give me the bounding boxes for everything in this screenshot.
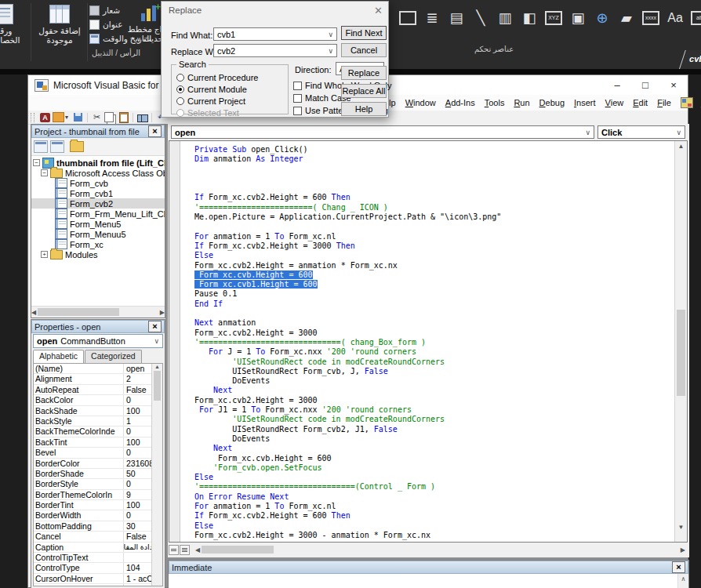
tree-item-form_cvb2[interactable]: Form_cvb2: [31, 198, 165, 209]
tree-class-objects-folder[interactable]: −Microsoft Access Class Objects: [31, 168, 165, 178]
tab-categorized[interactable]: Categorized: [85, 350, 142, 363]
code-line[interactable]: For anmation = 1 To Form_xc.nl: [194, 232, 501, 241]
find-icon[interactable]: [136, 111, 149, 123]
replace-with-input[interactable]: cvb2 ∨: [213, 44, 337, 57]
checkbox-icon[interactable]: [293, 82, 302, 90]
find-what-input[interactable]: cvb1 ∨: [213, 27, 337, 41]
code-line[interactable]: If Form_xc.cvb2.Height = 600 Then: [194, 193, 501, 202]
code-line[interactable]: Form_xc.cvb2.Height = 3000: [194, 328, 501, 338]
font-icon[interactable]: Aa: [666, 8, 684, 28]
code-line[interactable]: UISetRoundRect Form_cvb, J, False: [194, 367, 501, 376]
property-row[interactable]: BorderWidth0: [34, 510, 162, 521]
code-line[interactable]: Else: [194, 473, 501, 482]
property-row[interactable]: DefaultFalse: [34, 584, 162, 586]
toolbar-grip[interactable]: [31, 113, 35, 122]
properties-panel-titlebar[interactable]: Properties - open ×: [31, 320, 165, 333]
code-line[interactable]: DoEvents: [194, 434, 501, 444]
code-line[interactable]: Else: [194, 251, 501, 260]
properties-close-icon[interactable]: ×: [148, 321, 162, 332]
menu-window[interactable]: Window: [401, 98, 441, 107]
property-sheet-button[interactable]: ورقة الخصائص: [0, 2, 28, 45]
radio-current-procedure[interactable]: Current Procedure: [176, 73, 259, 82]
code-margin[interactable]: [169, 141, 180, 542]
property-row[interactable]: BackColor0: [34, 395, 162, 405]
code-line[interactable]: Dim anmation As Integer: [194, 154, 501, 164]
code-line[interactable]: [194, 222, 501, 231]
code-line[interactable]: Form_xc.cvb2.Height = anmation * Form_xc…: [194, 261, 501, 270]
scroll-left-icon[interactable]: ◀: [31, 309, 36, 316]
code-line[interactable]: 'UISetRoundRect code in modCreateRoundCo…: [194, 358, 501, 367]
button-control-icon[interactable]: [399, 11, 416, 25]
property-row[interactable]: BorderStyle0: [34, 479, 162, 489]
radio-current-module[interactable]: Current Module: [176, 85, 247, 94]
split-form-icon[interactable]: ◧: [521, 8, 538, 28]
project-panel-titlebar[interactable]: Project - thumbnail from file ×: [31, 125, 165, 138]
property-row[interactable]: CancelFalse: [34, 532, 162, 542]
code-line[interactable]: '=================================(Contr…: [194, 482, 501, 492]
code-line[interactable]: [194, 165, 501, 174]
collapse-icon[interactable]: −: [33, 159, 40, 166]
code-line[interactable]: Private Sub open_Click(): [194, 145, 501, 154]
code-line[interactable]: DoEvents: [194, 376, 501, 386]
code-line[interactable]: Next anmation: [194, 318, 501, 328]
code-line[interactable]: If Form_xc.cvb2.Height = 3000 Then: [194, 241, 501, 251]
scroll-left-icon[interactable]: ◀: [195, 546, 200, 554]
add-existing-fields-button[interactable]: إضافة حقول موجودة: [33, 2, 86, 45]
mdi-minimize-button[interactable]: ▁: [698, 99, 701, 107]
code-line[interactable]: Form_xc.cvb.Height = 600: [194, 270, 501, 280]
copy-icon[interactable]: [104, 111, 117, 123]
immediate-close-icon[interactable]: ×: [672, 561, 685, 573]
code-vscroll-thumb[interactable]: [677, 310, 685, 396]
property-row[interactable]: Alignment2: [34, 374, 162, 384]
view-access-icon[interactable]: A: [38, 111, 52, 123]
code-line[interactable]: [194, 309, 501, 318]
property-row[interactable]: (Name)open: [34, 364, 162, 374]
insert-object-caret-icon[interactable]: ▾: [65, 114, 71, 121]
property-row[interactable]: AutoRepeatFalse: [34, 385, 162, 395]
toggle-folders-icon[interactable]: [70, 141, 84, 152]
property-row[interactable]: BackShade100: [34, 406, 162, 416]
property-row[interactable]: BackThemeColorInde0: [34, 426, 162, 437]
code-hscroll-thumb[interactable]: [202, 546, 274, 554]
property-row[interactable]: BackTint100: [34, 437, 162, 448]
code-vscrollbar[interactable]: ▲ ▼: [674, 141, 687, 542]
property-row[interactable]: BackStyle1: [34, 416, 162, 426]
properties-object-combo[interactable]: open CommandButton ∨: [33, 334, 163, 348]
view-code-icon[interactable]: [34, 140, 48, 153]
line-control-icon[interactable]: ╲: [472, 8, 489, 28]
checkbox-icon[interactable]: [293, 94, 302, 103]
replace-all-button[interactable]: Replace All: [341, 84, 387, 98]
code-line[interactable]: For anmation = 1 To Form_xc.nl: [194, 502, 501, 511]
find-next-button[interactable]: Find Next: [341, 26, 387, 40]
code-line[interactable]: Next: [194, 444, 501, 453]
code-line[interactable]: '========================( Chang _ ICON …: [194, 203, 501, 212]
code-line[interactable]: For J = 1 To Form_xc.nxx '200 'round cor…: [194, 347, 501, 357]
menu-run[interactable]: Run: [509, 98, 534, 107]
insert-object-icon[interactable]: [52, 111, 65, 123]
menu-insert[interactable]: Insert: [569, 98, 601, 107]
project-hscrollbar[interactable]: ◀ ▶: [31, 306, 165, 318]
label-icon[interactable]: ab: [691, 11, 701, 25]
code-line[interactable]: On Error Resume Next: [194, 492, 501, 502]
view-object-icon[interactable]: [50, 140, 64, 153]
code-line[interactable]: Pause 0.1: [194, 289, 501, 299]
code-line[interactable]: [194, 174, 501, 183]
property-row[interactable]: BorderTint100: [34, 500, 162, 510]
property-row[interactable]: BorderThemeColorIn9: [34, 490, 162, 500]
code-line[interactable]: Form_xc.cvb2.Height = 3000: [194, 396, 501, 405]
scroll-right-icon[interactable]: ▶: [160, 309, 165, 316]
code-line[interactable]: End If: [194, 299, 501, 309]
paste-icon[interactable]: [117, 111, 130, 123]
menu-tools[interactable]: Tools: [480, 98, 510, 107]
code-line[interactable]: 'Form_cvb.open.SetFocus: [194, 463, 501, 473]
attachment-icon[interactable]: ▰: [618, 8, 635, 28]
checkbox-icon[interactable]: [293, 107, 302, 115]
code-line[interactable]: Form_xc.cvb2.Height = 3000 - anmation * …: [194, 531, 501, 540]
code-line[interactable]: For J1 = 1 To Form_xc.nxx '200 'round co…: [194, 405, 501, 415]
expand-icon[interactable]: +: [41, 251, 48, 258]
scroll-down-icon[interactable]: ▼: [675, 524, 687, 531]
dialog-close-icon[interactable]: ✕: [374, 5, 383, 16]
tree-modules-folder[interactable]: +Modules: [31, 249, 165, 260]
replace-button[interactable]: Replace: [341, 66, 387, 80]
event-dropdown[interactable]: Click ∨: [597, 125, 685, 139]
